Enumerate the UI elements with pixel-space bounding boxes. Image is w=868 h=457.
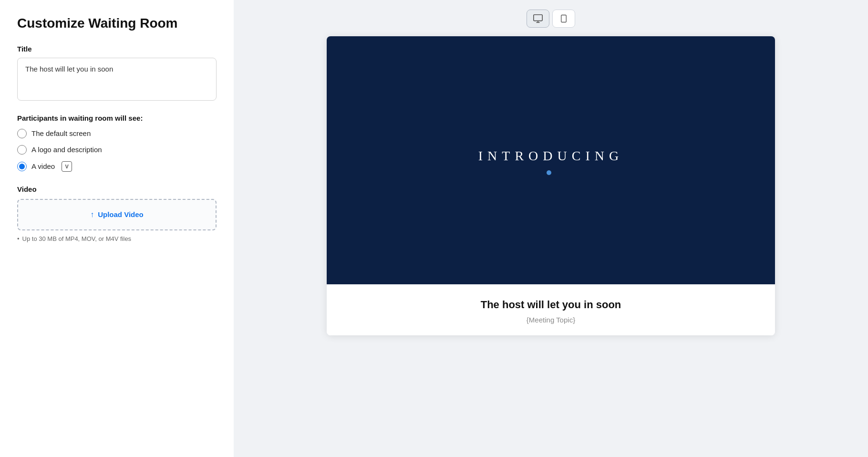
desktop-icon [533, 13, 543, 24]
video-badge-icon: V [62, 161, 72, 172]
right-panel: INTRODUCING The host will let you in soo… [234, 0, 868, 457]
radio-logo[interactable] [17, 145, 27, 155]
left-panel: Customize Waiting Room Title Participant… [0, 0, 234, 457]
radio-video-label: A video [31, 162, 55, 170]
svg-rect-1 [561, 15, 567, 22]
title-input[interactable] [17, 58, 217, 101]
preview-topic: {Meeting Topic} [346, 316, 756, 324]
video-section-label: Video [17, 185, 217, 193]
radio-default[interactable] [17, 129, 27, 138]
radio-video[interactable] [17, 162, 27, 171]
radio-item-logo[interactable]: A logo and description [17, 145, 217, 155]
mobile-view-button[interactable] [552, 10, 575, 28]
introducing-text: INTRODUCING [478, 148, 623, 164]
upload-video-button[interactable]: ↑ Upload Video [90, 210, 144, 219]
progress-dot [547, 170, 551, 175]
video-preview: INTRODUCING [327, 36, 775, 284]
page-title: Customize Waiting Room [17, 15, 217, 31]
radio-logo-label: A logo and description [31, 145, 102, 154]
upload-icon: ↑ [90, 210, 94, 219]
radio-item-video[interactable]: A video V [17, 161, 217, 172]
mobile-icon [559, 13, 568, 24]
desktop-view-button[interactable] [527, 10, 549, 28]
file-hint-text: Up to 30 MB of MP4, MOV, or M4V files [22, 235, 132, 242]
preview-bottom: The host will let you in soon {Meeting T… [327, 284, 775, 335]
radio-group: The default screen A logo and descriptio… [17, 129, 217, 172]
preview-title: The host will let you in soon [346, 299, 756, 311]
svg-rect-0 [534, 15, 542, 21]
preview-container: INTRODUCING The host will let you in soo… [327, 36, 775, 335]
upload-btn-label: Upload Video [98, 210, 144, 218]
title-label: Title [17, 45, 217, 53]
upload-zone[interactable]: ↑ Upload Video [17, 199, 217, 230]
radio-default-label: The default screen [31, 129, 91, 137]
radio-item-default[interactable]: The default screen [17, 129, 217, 138]
file-hint: • Up to 30 MB of MP4, MOV, or M4V files [17, 235, 217, 242]
bullet: • [17, 235, 20, 242]
participants-section-label: Participants in waiting room will see: [17, 114, 217, 122]
device-toggle [527, 10, 575, 28]
